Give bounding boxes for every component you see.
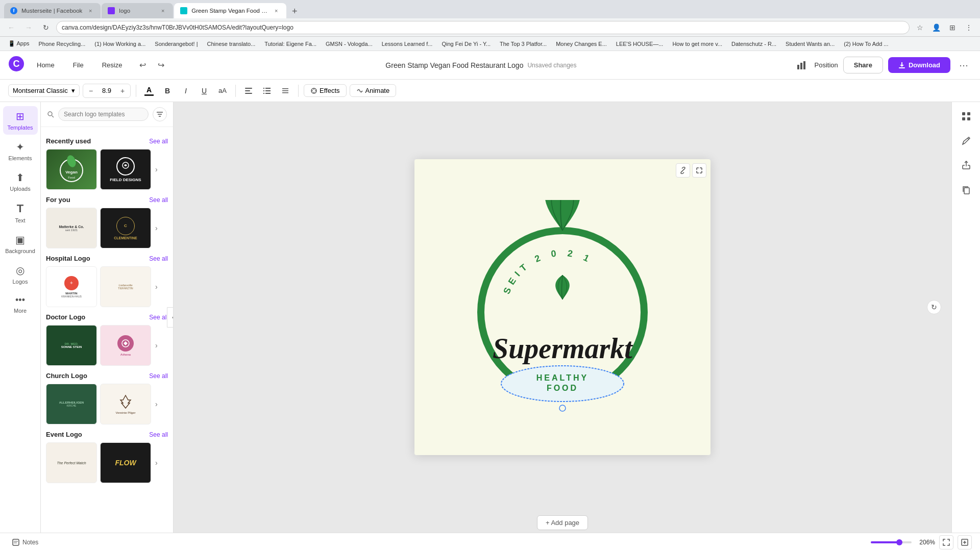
- tab-close-logo[interactable]: ×: [159, 7, 167, 15]
- new-tab-button[interactable]: +: [287, 4, 302, 18]
- bookmark-13[interactable]: Datenschutz - R...: [727, 40, 780, 48]
- template-thumb-allerheiligen[interactable]: ALLERHEILIGEN KIRCHE: [46, 384, 97, 424]
- for-you-see-all[interactable]: See all: [149, 196, 168, 204]
- bookmark-3[interactable]: Sonderangebot! |: [151, 40, 202, 48]
- home-nav-button[interactable]: Home: [31, 58, 61, 72]
- profile-button[interactable]: 👤: [929, 20, 943, 35]
- address-bar[interactable]: canva.com/design/DAEyziy3z3s/hnwT0BrJBVv…: [56, 21, 910, 34]
- template-thumb-perfect-match[interactable]: The Perfect Match: [46, 442, 97, 483]
- italic-button[interactable]: I: [178, 83, 193, 98]
- case-button[interactable]: aA: [215, 83, 230, 98]
- template-thumb-vegan[interactable]: Vegan Food: [46, 149, 97, 190]
- undo-button[interactable]: ↩: [134, 57, 151, 73]
- bookmark-4[interactable]: Chinese translato...: [203, 40, 260, 48]
- canvas-link-icon-button[interactable]: [676, 163, 690, 178]
- right-panel-copy-button[interactable]: [956, 180, 976, 200]
- extensions-button[interactable]: ⊞: [945, 20, 960, 35]
- animate-button[interactable]: Animate: [350, 84, 397, 97]
- zoom-slider-thumb[interactable]: [896, 539, 902, 545]
- bookmark-9[interactable]: The Top 3 Platfor...: [496, 40, 551, 48]
- church-logo-scroll-right[interactable]: ›: [154, 399, 159, 409]
- redo-button[interactable]: ↪: [153, 57, 169, 73]
- event-logo-scroll-right[interactable]: ›: [154, 458, 159, 468]
- bookmark-12[interactable]: How to get more v...: [668, 40, 726, 48]
- sidebar-item-more[interactable]: ••• More: [3, 291, 38, 318]
- file-nav-button[interactable]: File: [67, 58, 90, 72]
- right-panel-grid-button[interactable]: [956, 106, 976, 127]
- more-options-topbar-button[interactable]: ⋯: [955, 57, 972, 73]
- zoom-slider[interactable]: [871, 541, 912, 543]
- template-thumb-flow[interactable]: FLOW: [100, 442, 151, 483]
- template-thumb-liebevolle[interactable]: Liebevolle TIERÄRZTIN: [100, 266, 151, 307]
- underline-button[interactable]: U: [197, 83, 212, 98]
- collapse-panel-button[interactable]: ‹: [167, 307, 174, 328]
- sidebar-item-elements[interactable]: ✦ Elements: [3, 137, 38, 165]
- sidebar-item-background[interactable]: ▣ Background: [3, 230, 38, 258]
- spacing-button[interactable]: [278, 83, 293, 98]
- event-logo-see-all[interactable]: See all: [149, 431, 168, 438]
- sidebar-item-text[interactable]: T Text: [3, 198, 38, 228]
- fit-to-screen-button[interactable]: [939, 535, 953, 549]
- canva-logo[interactable]: C: [8, 56, 24, 75]
- hospital-logo-see-all[interactable]: See all: [149, 255, 168, 262]
- bold-button[interactable]: B: [160, 83, 175, 98]
- template-thumb-field-designs[interactable]: FIELD DESIGNS: [100, 149, 151, 190]
- search-templates-input[interactable]: [58, 108, 149, 121]
- recently-used-see-all[interactable]: See all: [149, 138, 168, 145]
- right-panel-share-button[interactable]: [956, 155, 976, 176]
- forward-button[interactable]: →: [21, 20, 36, 35]
- bookmark-5[interactable]: Tutorial: Eigene Fa...: [260, 40, 321, 48]
- template-thumb-dr-sonnesein[interactable]: DR. MED. SONNE STEIN: [46, 325, 97, 366]
- font-size-input[interactable]: [97, 87, 116, 94]
- right-panel-edit-button[interactable]: [956, 131, 976, 151]
- recently-used-scroll-right[interactable]: ›: [154, 164, 159, 174]
- sidebar-item-logos[interactable]: ◎ Logos: [3, 260, 38, 289]
- resize-nav-button[interactable]: Resize: [96, 58, 129, 72]
- fullscreen-button[interactable]: [958, 535, 972, 549]
- reload-button[interactable]: ↻: [39, 20, 53, 35]
- tab-close-canva[interactable]: ×: [272, 7, 280, 15]
- doctor-logo-scroll-right[interactable]: ›: [154, 340, 159, 350]
- template-thumb-matterhorke[interactable]: Matterke & Co. seit 1921: [46, 208, 97, 248]
- more-options-button[interactable]: ⋮: [962, 20, 976, 35]
- bookmark-7[interactable]: Lessons Learned f...: [378, 40, 437, 48]
- template-thumb-clementine[interactable]: C CLEMENTINE: [100, 208, 151, 248]
- template-thumb-martin-krankenhaus[interactable]: + MARTIN KRANKEN-HAUS: [46, 266, 97, 307]
- bookmark-10[interactable]: Money Changes E...: [552, 40, 611, 48]
- church-logo-see-all[interactable]: See all: [149, 372, 168, 380]
- sidebar-item-templates[interactable]: ⊞ Templates: [3, 106, 38, 135]
- bookmark-1[interactable]: Phone Recycling...: [35, 40, 90, 48]
- bookmark-apps[interactable]: 📱 Apps: [4, 39, 34, 48]
- back-button[interactable]: ←: [4, 20, 18, 35]
- effects-button[interactable]: Effects: [304, 84, 347, 97]
- filter-button[interactable]: [153, 107, 167, 121]
- font-size-increase-button[interactable]: +: [117, 85, 128, 96]
- bookmark-2[interactable]: (1) How Working a...: [90, 40, 150, 48]
- text-color-button[interactable]: A: [141, 83, 157, 98]
- chart-icon-button[interactable]: [793, 57, 810, 73]
- bookmark-14[interactable]: Student Wants an...: [781, 40, 839, 48]
- bookmark-11[interactable]: LEE'S HOUSE—...: [612, 40, 668, 48]
- align-left-button[interactable]: [241, 83, 256, 98]
- font-family-selector[interactable]: Montserrat Classic ▾: [8, 84, 80, 97]
- tab-logo[interactable]: logo ×: [102, 3, 173, 18]
- bookmark-button[interactable]: ☆: [913, 20, 927, 35]
- template-thumb-vereinte-pilger[interactable]: Vereinte Pilger: [100, 384, 151, 424]
- canvas-fullscreen-icon-button[interactable]: [692, 163, 706, 178]
- download-button[interactable]: Download: [888, 57, 950, 73]
- for-you-scroll-right[interactable]: ›: [154, 223, 159, 233]
- add-page-button[interactable]: + Add page: [537, 515, 588, 530]
- canvas-container[interactable]: SEIT 2 0 2 1 Supermarkt HEALTHY FOOD: [174, 102, 951, 512]
- tab-canva[interactable]: Green Stamp Vegan Food Res... ×: [174, 3, 286, 18]
- notes-button[interactable]: Notes: [8, 537, 42, 548]
- list-button[interactable]: [259, 83, 275, 98]
- bookmark-15[interactable]: (2) How To Add ...: [840, 40, 892, 48]
- sidebar-item-uploads[interactable]: ⬆ Uploads: [3, 167, 38, 196]
- tab-close-fb[interactable]: ×: [86, 7, 94, 15]
- tab-facebook[interactable]: f Musterseite | Facebook ×: [4, 3, 101, 18]
- hospital-logo-scroll-right[interactable]: ›: [154, 282, 159, 292]
- template-thumb-athena[interactable]: Athena: [100, 325, 151, 366]
- share-button[interactable]: Share: [843, 57, 883, 73]
- font-size-decrease-button[interactable]: −: [85, 85, 96, 96]
- canvas-right-refresh-icon[interactable]: ↻: [927, 300, 941, 314]
